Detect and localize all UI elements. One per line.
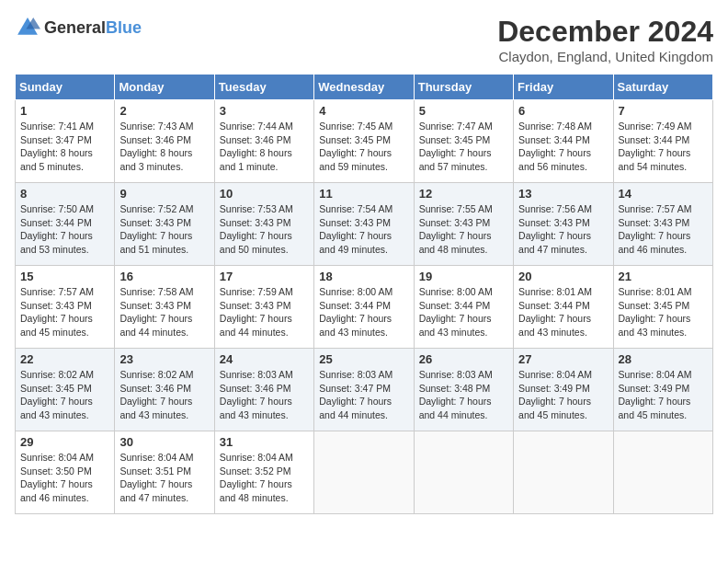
- day-number: 15: [20, 270, 109, 283]
- day-number: 28: [619, 352, 708, 366]
- day-info: Sunrise: 8:02 AMSunset: 3:45 PMDaylight:…: [20, 368, 109, 422]
- column-header-thursday: Thursday: [414, 75, 513, 100]
- calendar-cell: 3Sunrise: 7:44 AMSunset: 3:46 PMDaylight…: [214, 100, 313, 183]
- calendar-cell: 27Sunrise: 8:04 AMSunset: 3:49 PMDayligh…: [514, 349, 613, 431]
- day-number: 1: [20, 104, 109, 118]
- day-info: Sunrise: 8:03 AMSunset: 3:48 PMDaylight:…: [419, 368, 508, 422]
- day-info: Sunrise: 8:04 AMSunset: 3:52 PMDaylight:…: [220, 451, 309, 505]
- calendar-cell: 21Sunrise: 8:01 AMSunset: 3:45 PMDayligh…: [613, 266, 712, 349]
- day-number: 17: [220, 270, 309, 283]
- calendar-cell: 23Sunrise: 8:02 AMSunset: 3:46 PMDayligh…: [115, 349, 214, 431]
- day-number: 19: [419, 270, 508, 283]
- calendar-cell: 10Sunrise: 7:53 AMSunset: 3:43 PMDayligh…: [214, 183, 313, 266]
- day-info: Sunrise: 7:41 AMSunset: 3:47 PMDaylight:…: [20, 120, 109, 174]
- day-info: Sunrise: 8:00 AMSunset: 3:44 PMDaylight:…: [319, 285, 408, 339]
- column-header-tuesday: Tuesday: [214, 75, 313, 100]
- calendar-week-row: 1Sunrise: 7:41 AMSunset: 3:47 PMDaylight…: [16, 100, 713, 183]
- day-number: 18: [319, 270, 408, 283]
- calendar-cell: 9Sunrise: 7:52 AMSunset: 3:43 PMDaylight…: [115, 183, 214, 266]
- day-number: 9: [119, 187, 209, 201]
- title-block: December 2024 Claydon, England, United K…: [497, 15, 713, 64]
- column-header-sunday: Sunday: [16, 75, 115, 100]
- calendar-cell: 30Sunrise: 8:04 AMSunset: 3:51 PMDayligh…: [115, 431, 214, 514]
- day-info: Sunrise: 7:53 AMSunset: 3:43 PMDaylight:…: [220, 202, 309, 257]
- day-number: 30: [119, 435, 209, 449]
- day-number: 20: [518, 270, 608, 283]
- calendar-cell: 24Sunrise: 8:03 AMSunset: 3:46 PMDayligh…: [214, 349, 313, 431]
- day-number: 14: [619, 187, 708, 201]
- calendar-cell: [414, 431, 513, 514]
- day-info: Sunrise: 8:01 AMSunset: 3:45 PMDaylight:…: [619, 285, 708, 339]
- day-number: 3: [220, 104, 309, 118]
- logo: GeneralBlue: [15, 15, 142, 40]
- day-info: Sunrise: 8:04 AMSunset: 3:49 PMDaylight:…: [619, 368, 708, 422]
- day-number: 24: [220, 352, 309, 366]
- calendar-cell: 1Sunrise: 7:41 AMSunset: 3:47 PMDaylight…: [16, 100, 115, 183]
- day-info: Sunrise: 7:55 AMSunset: 3:43 PMDaylight:…: [419, 202, 508, 257]
- calendar-cell: 15Sunrise: 7:57 AMSunset: 3:43 PMDayligh…: [16, 266, 115, 349]
- calendar-cell: 26Sunrise: 8:03 AMSunset: 3:48 PMDayligh…: [414, 349, 513, 431]
- calendar-week-row: 8Sunrise: 7:50 AMSunset: 3:44 PMDaylight…: [16, 183, 713, 266]
- day-number: 26: [419, 352, 508, 366]
- column-header-friday: Friday: [514, 75, 613, 100]
- day-number: 7: [619, 104, 708, 118]
- calendar-cell: 13Sunrise: 7:56 AMSunset: 3:43 PMDayligh…: [514, 183, 613, 266]
- day-info: Sunrise: 7:43 AMSunset: 3:46 PMDaylight:…: [119, 120, 209, 174]
- day-number: 29: [20, 435, 109, 449]
- calendar-cell: 31Sunrise: 8:04 AMSunset: 3:52 PMDayligh…: [214, 431, 313, 514]
- calendar-cell: 28Sunrise: 8:04 AMSunset: 3:49 PMDayligh…: [613, 349, 712, 431]
- day-number: 27: [518, 352, 608, 366]
- calendar-cell: 29Sunrise: 8:04 AMSunset: 3:50 PMDayligh…: [16, 431, 115, 514]
- calendar-cell: [314, 431, 414, 514]
- day-info: Sunrise: 8:01 AMSunset: 3:44 PMDaylight:…: [518, 285, 608, 339]
- day-info: Sunrise: 8:04 AMSunset: 3:49 PMDaylight:…: [518, 368, 608, 422]
- calendar-week-row: 22Sunrise: 8:02 AMSunset: 3:45 PMDayligh…: [16, 349, 713, 431]
- day-info: Sunrise: 7:45 AMSunset: 3:45 PMDaylight:…: [319, 120, 408, 174]
- calendar-cell: 12Sunrise: 7:55 AMSunset: 3:43 PMDayligh…: [414, 183, 513, 266]
- calendar-cell: 5Sunrise: 7:47 AMSunset: 3:45 PMDaylight…: [414, 100, 513, 183]
- day-info: Sunrise: 8:04 AMSunset: 3:50 PMDaylight:…: [20, 451, 109, 505]
- day-info: Sunrise: 8:02 AMSunset: 3:46 PMDaylight:…: [119, 368, 209, 422]
- day-info: Sunrise: 7:50 AMSunset: 3:44 PMDaylight:…: [20, 202, 109, 257]
- day-info: Sunrise: 7:57 AMSunset: 3:43 PMDaylight:…: [20, 285, 109, 339]
- day-info: Sunrise: 7:59 AMSunset: 3:43 PMDaylight:…: [220, 285, 309, 339]
- calendar-cell: 11Sunrise: 7:54 AMSunset: 3:43 PMDayligh…: [314, 183, 414, 266]
- day-number: 2: [119, 104, 209, 118]
- logo-icon: [15, 15, 40, 40]
- day-info: Sunrise: 8:03 AMSunset: 3:46 PMDaylight:…: [220, 368, 309, 422]
- calendar-cell: 4Sunrise: 7:45 AMSunset: 3:45 PMDaylight…: [314, 100, 414, 183]
- calendar-cell: 8Sunrise: 7:50 AMSunset: 3:44 PMDaylight…: [16, 183, 115, 266]
- day-number: 8: [20, 187, 109, 201]
- logo-text-general: General: [44, 18, 106, 37]
- page-header: GeneralBlue December 2024 Claydon, Engla…: [15, 15, 713, 64]
- day-number: 25: [319, 352, 408, 366]
- calendar-cell: [514, 431, 613, 514]
- calendar-week-row: 15Sunrise: 7:57 AMSunset: 3:43 PMDayligh…: [16, 266, 713, 349]
- location-subtitle: Claydon, England, United Kingdom: [497, 49, 713, 64]
- day-info: Sunrise: 7:52 AMSunset: 3:43 PMDaylight:…: [119, 202, 209, 257]
- day-number: 6: [518, 104, 608, 118]
- day-number: 5: [419, 104, 508, 118]
- logo-text-blue: Blue: [106, 18, 142, 37]
- calendar-cell: 19Sunrise: 8:00 AMSunset: 3:44 PMDayligh…: [414, 266, 513, 349]
- calendar-cell: 16Sunrise: 7:58 AMSunset: 3:43 PMDayligh…: [115, 266, 214, 349]
- day-info: Sunrise: 7:58 AMSunset: 3:43 PMDaylight:…: [119, 285, 209, 339]
- day-info: Sunrise: 7:57 AMSunset: 3:43 PMDaylight:…: [619, 202, 708, 257]
- column-header-monday: Monday: [115, 75, 214, 100]
- day-info: Sunrise: 8:04 AMSunset: 3:51 PMDaylight:…: [119, 451, 209, 505]
- calendar-week-row: 29Sunrise: 8:04 AMSunset: 3:50 PMDayligh…: [16, 431, 713, 514]
- day-info: Sunrise: 7:54 AMSunset: 3:43 PMDaylight:…: [319, 202, 408, 257]
- calendar-cell: 14Sunrise: 7:57 AMSunset: 3:43 PMDayligh…: [613, 183, 712, 266]
- column-header-saturday: Saturday: [613, 75, 712, 100]
- day-number: 13: [518, 187, 608, 201]
- day-number: 22: [20, 352, 109, 366]
- column-header-wednesday: Wednesday: [314, 75, 414, 100]
- calendar-cell: 2Sunrise: 7:43 AMSunset: 3:46 PMDaylight…: [115, 100, 214, 183]
- calendar-cell: 22Sunrise: 8:02 AMSunset: 3:45 PMDayligh…: [16, 349, 115, 431]
- day-info: Sunrise: 7:44 AMSunset: 3:46 PMDaylight:…: [220, 120, 309, 174]
- day-number: 11: [319, 187, 408, 201]
- day-number: 21: [619, 270, 708, 283]
- day-number: 23: [119, 352, 209, 366]
- calendar-cell: 18Sunrise: 8:00 AMSunset: 3:44 PMDayligh…: [314, 266, 414, 349]
- day-info: Sunrise: 7:56 AMSunset: 3:43 PMDaylight:…: [518, 202, 608, 257]
